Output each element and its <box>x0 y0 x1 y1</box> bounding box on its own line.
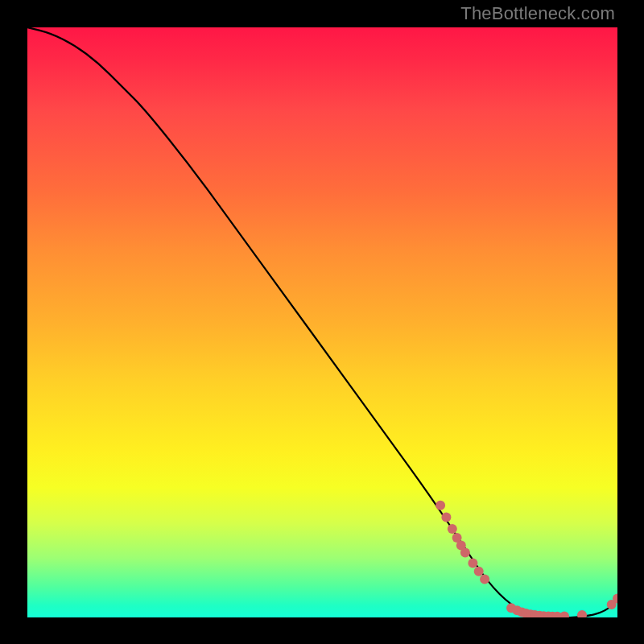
data-marker <box>577 610 587 617</box>
data-marker <box>436 501 445 510</box>
bottleneck-curve-line <box>27 27 617 617</box>
data-marker <box>460 547 470 557</box>
data-marker <box>559 612 569 618</box>
chart-container: TheBottleneck.com <box>0 0 644 644</box>
data-marker <box>474 567 484 576</box>
data-marker <box>448 524 457 534</box>
data-marker <box>468 559 477 568</box>
data-marker <box>480 574 489 584</box>
data-markers-group <box>436 501 617 617</box>
data-marker <box>441 512 451 522</box>
watermark-text: TheBottleneck.com <box>460 3 615 24</box>
chart-overlay <box>27 27 617 617</box>
